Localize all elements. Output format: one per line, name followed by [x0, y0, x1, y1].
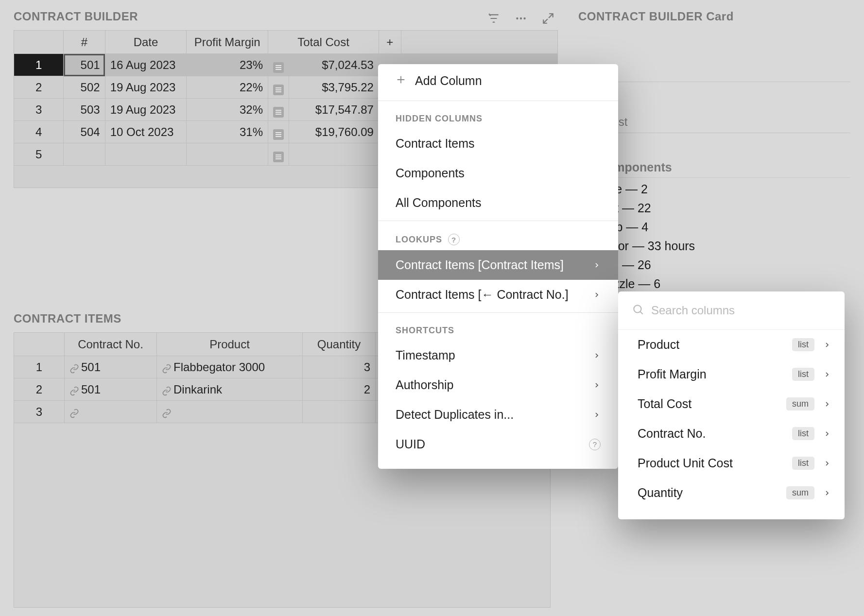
shortcut-item[interactable]: Detect Duplicates in...: [378, 400, 618, 429]
link-icon: [162, 385, 172, 395]
contract-builder-title: CONTRACT BUILDER: [14, 5, 558, 30]
link-icon: [69, 408, 79, 417]
component-item: Labor — 33 hours: [598, 237, 850, 256]
shortcut-item[interactable]: Timestamp: [378, 341, 618, 370]
svg-point-3: [634, 305, 641, 312]
col-qty-header[interactable]: Quantity: [303, 333, 376, 356]
column-option[interactable]: Contract No. list: [618, 419, 845, 448]
hidden-columns-header: HIDDEN COLUMNS: [378, 104, 618, 129]
add-column-button[interactable]: +: [379, 31, 401, 54]
link-icon: [69, 385, 79, 395]
col-margin-header[interactable]: Profit Margin: [187, 31, 268, 54]
chevron-right-icon: [823, 397, 831, 411]
cost-doc-icon[interactable]: [268, 54, 289, 76]
expand-icon[interactable]: [541, 12, 555, 25]
chevron-right-icon: [823, 427, 831, 441]
col-product-header[interactable]: Product: [157, 333, 303, 356]
column-option[interactable]: Product list: [618, 330, 845, 359]
link-icon: [162, 408, 172, 417]
link-icon: [162, 363, 172, 373]
hidden-col-item[interactable]: Contract Items: [378, 129, 618, 158]
lookup-item[interactable]: Contract Items [Contract Items]: [378, 250, 618, 280]
chevron-right-icon: [593, 348, 601, 362]
add-column-menu[interactable]: Add Column HIDDEN COLUMNS Contract Items…: [378, 64, 618, 469]
chevron-right-icon: [823, 456, 831, 470]
shortcut-item[interactable]: Authorship: [378, 370, 618, 400]
rownum-cell[interactable]: 1: [14, 54, 64, 76]
search-row[interactable]: [618, 291, 845, 330]
component-item: Nail — 26: [598, 256, 850, 274]
column-option[interactable]: Product Unit Cost list: [618, 448, 845, 478]
link-icon: [69, 363, 79, 373]
lookup-item[interactable]: Contract Items [← Contract No.]: [378, 280, 618, 309]
hidden-col-item[interactable]: Components: [378, 158, 618, 188]
help-icon[interactable]: ?: [589, 439, 601, 450]
svg-point-1: [520, 17, 522, 19]
contract-builder-card: CONTRACT BUILDER Card # l Cost Component…: [578, 5, 850, 312]
component-item: Chip — 4: [598, 218, 850, 237]
help-icon[interactable]: ?: [448, 234, 460, 245]
lookups-header: LOOKUPS ?: [378, 224, 618, 250]
svg-point-2: [523, 17, 525, 19]
column-option[interactable]: Total Cost sum: [618, 389, 845, 419]
svg-point-0: [516, 17, 518, 19]
col-contract-header[interactable]: Contract No.: [65, 333, 157, 356]
date-cell[interactable]: 16 Aug 2023: [105, 54, 187, 76]
hidden-col-item[interactable]: All Components: [378, 188, 618, 218]
search-icon: [632, 303, 644, 318]
filler-header: [401, 31, 557, 54]
col-hash-header[interactable]: #: [64, 31, 105, 54]
card-title: CONTRACT BUILDER Card: [578, 5, 850, 30]
column-option[interactable]: Quantity sum: [618, 478, 845, 508]
col-cost-header[interactable]: Total Cost: [268, 31, 379, 54]
chevron-right-icon: [823, 486, 831, 500]
component-item: Bale — 2: [598, 180, 850, 199]
card-hash-row[interactable]: #: [578, 59, 850, 82]
shortcut-item[interactable]: UUID ?: [378, 429, 618, 459]
more-icon[interactable]: [514, 12, 528, 25]
plus-icon: [396, 74, 406, 88]
type-badge: list: [792, 338, 814, 351]
component-item: Bolt — 22: [598, 199, 850, 218]
chevron-right-icon: [593, 288, 601, 302]
card-cost-row[interactable]: l Cost: [578, 110, 850, 133]
chevron-right-icon: [823, 338, 831, 352]
shortcuts-header: SHORTCUTS: [378, 316, 618, 341]
builder-toolbar: [487, 12, 555, 25]
component-item: Nozzle — 6: [598, 274, 850, 293]
hash-cell[interactable]: 501: [64, 54, 105, 76]
card-components-label: Components: [578, 155, 850, 178]
filter-icon[interactable]: [487, 12, 501, 25]
column-option[interactable]: Profit Margin list: [618, 359, 845, 389]
column-search-popover[interactable]: Product list Profit Margin list Total Co…: [618, 291, 845, 519]
chevron-right-icon: [593, 258, 601, 272]
chevron-right-icon: [593, 378, 601, 392]
add-column-item[interactable]: Add Column: [378, 64, 618, 98]
search-columns-input[interactable]: [651, 304, 831, 317]
rownum-header: [14, 31, 64, 54]
margin-cell[interactable]: 23%: [187, 54, 268, 76]
chevron-right-icon: [823, 367, 831, 381]
cost-cell[interactable]: $7,024.53: [289, 54, 379, 76]
col-date-header[interactable]: Date: [105, 31, 187, 54]
chevron-right-icon: [593, 408, 601, 422]
